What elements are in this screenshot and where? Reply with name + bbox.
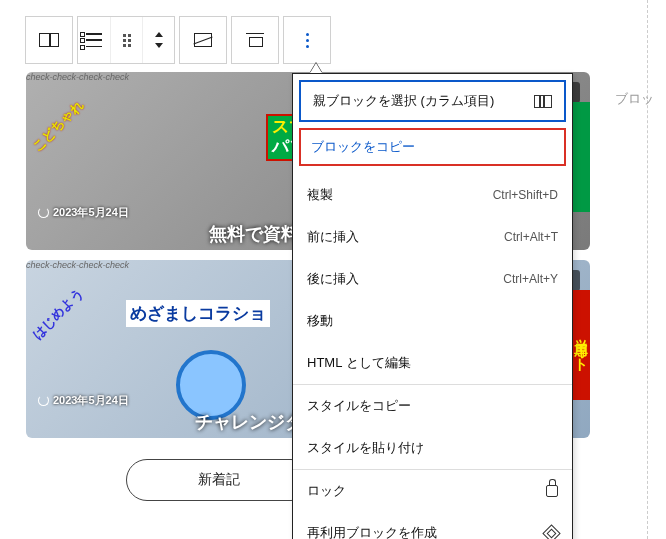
ribbon-label: はじめよう <box>29 260 134 343</box>
copy-style[interactable]: スタイルをコピー <box>293 385 572 427</box>
edit-as-html[interactable]: HTML として編集 <box>293 342 572 384</box>
lock-icon <box>546 485 558 497</box>
menu-label: 再利用ブロックを作成 <box>307 524 437 539</box>
drag-handle-icon[interactable] <box>110 17 142 63</box>
paste-style[interactable]: スタイルを貼り付け <box>293 427 572 469</box>
select-parent-block[interactable]: 親ブロックを選択 (カラム項目) <box>299 80 566 122</box>
block-toolbar <box>25 16 331 64</box>
menu-label: スタイルを貼り付け <box>307 439 424 457</box>
menu-pointer <box>310 63 322 73</box>
menu-label: ロック <box>307 482 346 500</box>
menu-label: ブロックをコピー <box>311 138 415 156</box>
shortcut-label: Ctrl+Alt+Y <box>503 272 558 286</box>
new-posts-button[interactable]: 新着記 <box>126 459 312 501</box>
post-date: 2023年5月24日 <box>38 393 129 408</box>
columns-icon <box>534 95 552 108</box>
shortcut-label: Ctrl+Shift+D <box>493 188 558 202</box>
make-reusable-block[interactable]: 再利用ブロックを作成 <box>293 512 572 539</box>
more-options-button[interactable] <box>284 17 330 63</box>
move-updown-icon[interactable] <box>142 17 174 63</box>
featured-image-toggle-icon[interactable] <box>180 17 226 63</box>
menu-label: 親ブロックを選択 (カラム項目) <box>313 92 494 110</box>
columns-block-icon[interactable] <box>26 17 72 63</box>
insert-before[interactable]: 前に挿入 Ctrl+Alt+T <box>293 216 572 258</box>
post-date: 2023年5月24日 <box>38 205 129 220</box>
move-block[interactable]: 移動 <box>293 300 572 342</box>
duplicate-block[interactable]: 複製 Ctrl+Shift+D <box>293 174 572 216</box>
list-view-icon[interactable] <box>78 17 110 63</box>
menu-label: 複製 <box>307 186 333 204</box>
menu-label: 後に挿入 <box>307 270 359 288</box>
corasho-label: めざましコラショ <box>126 300 270 327</box>
menu-label: HTML として編集 <box>307 354 411 372</box>
insert-after[interactable]: 後に挿入 Ctrl+Alt+Y <box>293 258 572 300</box>
shortcut-label: Ctrl+Alt+T <box>504 230 558 244</box>
copy-block[interactable]: ブロックをコピー <box>299 128 566 166</box>
sidebar-hint: ブロッ <box>615 90 654 108</box>
menu-label: スタイルをコピー <box>307 397 411 415</box>
align-icon[interactable] <box>232 17 278 63</box>
ribbon-label: こどちゃれ <box>29 72 134 155</box>
menu-label: 前に挿入 <box>307 228 359 246</box>
block-options-menu: 親ブロックを選択 (カラム項目) ブロックをコピー 複製 Ctrl+Shift+… <box>292 73 573 539</box>
menu-label: 移動 <box>307 312 333 330</box>
reusable-icon <box>542 524 560 539</box>
lock-block[interactable]: ロック <box>293 470 572 512</box>
refresh-icon <box>38 207 49 218</box>
refresh-icon <box>38 395 49 406</box>
